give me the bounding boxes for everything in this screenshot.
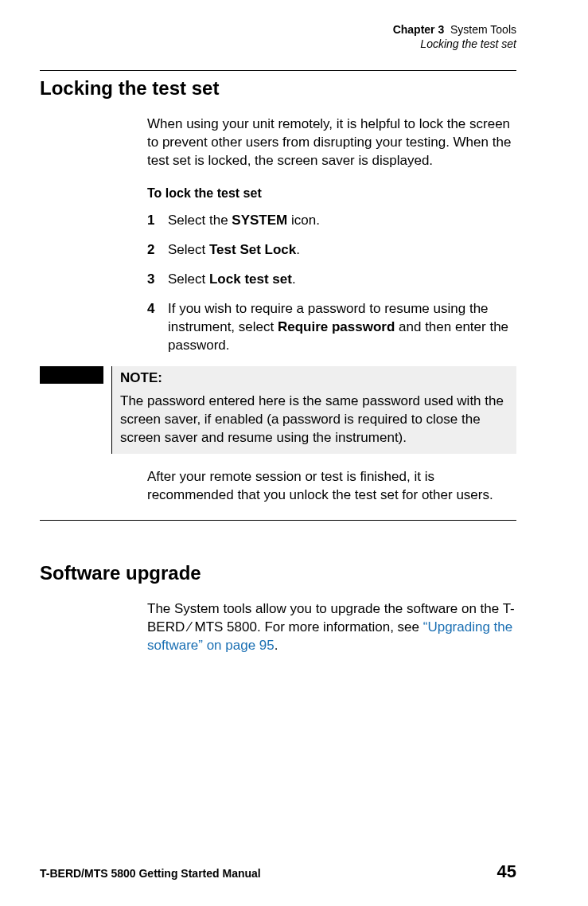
divider	[40, 520, 516, 521]
step-4: 4 If you wish to require a password to r…	[147, 300, 516, 355]
outro-paragraph: After your remote session or test is fin…	[147, 468, 516, 505]
header-chapter: Chapter 3 System Tools	[40, 22, 516, 37]
intro-paragraph: When using your unit remotely, it is hel…	[147, 115, 516, 170]
section-heading-locking: Locking the test set	[40, 77, 516, 100]
step-text: Select Lock test set.	[168, 271, 516, 289]
step-number: 3	[147, 271, 168, 289]
page-header: Chapter 3 System Tools Locking the test …	[40, 22, 516, 51]
header-section: Locking the test set	[40, 37, 516, 51]
step-3: 3 Select Lock test set.	[147, 271, 516, 289]
step-2: 2 Select Test Set Lock.	[147, 241, 516, 260]
note-box: NOTE: The password entered here is the s…	[111, 366, 516, 454]
divider	[40, 70, 516, 71]
step-text: Select the SYSTEM icon.	[168, 212, 516, 230]
note-title: NOTE:	[120, 369, 508, 388]
note-text: The password entered here is the same pa…	[120, 392, 508, 447]
footer-manual-title: T-BERD/MTS 5800 Getting Started Manual	[40, 867, 261, 880]
step-text: If you wish to require a password to res…	[168, 300, 516, 355]
step-number: 4	[147, 300, 168, 355]
step-number: 2	[147, 241, 168, 260]
note-content: NOTE: The password entered here is the s…	[111, 366, 516, 454]
subheading-to-lock: To lock the test set	[147, 186, 516, 201]
software-upgrade-paragraph: The System tools allow you to upgrade th…	[147, 600, 516, 655]
step-number: 1	[147, 212, 168, 230]
section-heading-software-upgrade: Software upgrade	[40, 562, 516, 584]
step-1: 1 Select the SYSTEM icon.	[147, 212, 516, 230]
chapter-label: Chapter 3	[393, 23, 445, 36]
page-number: 45	[497, 861, 516, 882]
page-footer: T-BERD/MTS 5800 Getting Started Manual 4…	[40, 861, 516, 882]
chapter-title: System Tools	[450, 23, 516, 36]
note-bar-icon	[40, 366, 103, 384]
step-text: Select Test Set Lock.	[168, 241, 516, 260]
